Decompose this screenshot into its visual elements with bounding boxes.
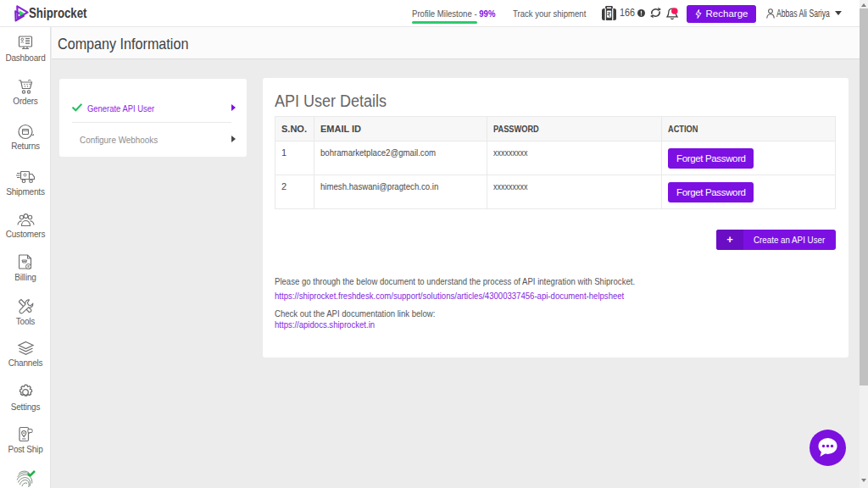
svg-text:₹: ₹ [607,11,611,19]
svg-text:₹: ₹ [26,264,30,269]
